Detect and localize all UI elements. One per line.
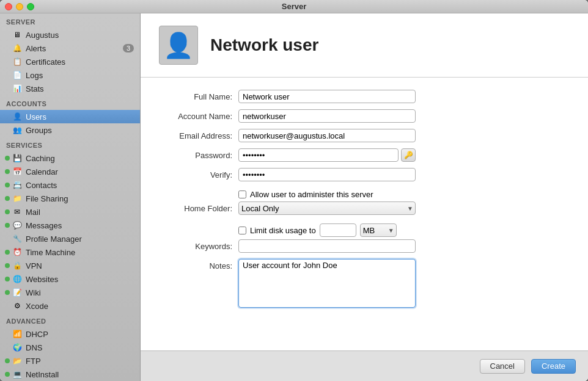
password-input[interactable] [238,148,399,162]
cancel-button[interactable]: Cancel [480,359,525,374]
verify-label: Verify: [153,168,238,180]
disk-limit-row: Limit disk usage to MB ▼ [141,221,588,239]
stats-icon: 📊 [12,84,22,93]
sidebar-item-mail[interactable]: ✉Mail [0,205,140,219]
create-button[interactable]: Create [531,359,576,374]
sidebar-item-dhcp[interactable]: 📶DHCP [0,327,140,341]
xcode-label: Xcode [26,302,48,311]
vpn-status-dot [5,263,10,268]
users-label: Users [26,112,46,122]
sidebar-item-ftp[interactable]: 📂FTP [0,354,140,368]
websites-label: Websites [26,275,58,284]
caching-label: Caching [26,154,55,163]
email-input[interactable] [238,129,416,142]
full-name-input[interactable] [238,90,416,103]
dns-label: DNS [26,343,42,352]
disk-limit-checkbox[interactable] [238,227,246,234]
account-name-input[interactable] [238,109,416,123]
sidebar-item-caching[interactable]: 💾Caching [0,151,140,165]
minimize-button[interactable] [16,3,23,10]
sidebar-item-file-sharing[interactable]: 📁File Sharing [0,192,140,205]
password-control: 🔑 [238,148,416,162]
certificates-label: Certificates [26,57,65,67]
sidebar-item-stats[interactable]: 📊Stats [0,82,140,95]
sidebar-item-certificates[interactable]: 📋Certificates [0,55,140,68]
mail-icon: ✉ [12,207,22,217]
email-row: Email Address: [141,129,588,142]
dhcp-icon: 📶 [12,329,22,339]
email-control [238,129,416,142]
sidebar-item-groups[interactable]: 👥Groups [0,123,140,137]
profile-manager-icon: 🔧 [12,234,22,244]
sidebar-item-logs[interactable]: 📄Logs [0,68,140,82]
sidebar-item-contacts[interactable]: 📇Contacts [0,178,140,192]
xcode-icon: ⚙ [12,301,22,311]
notes-row: Notes: [141,259,588,310]
verify-input[interactable] [238,168,416,181]
vpn-label: VPN [26,261,42,270]
messages-label: Messages [26,221,62,230]
password-label: Password: [153,148,238,160]
user-avatar: 👤 [159,26,198,65]
sidebar-item-netinstall[interactable]: 💻NetInstall [0,368,140,381]
admin-checkbox[interactable] [238,191,246,198]
password-row: Password: 🔑 [141,148,588,162]
account-name-label: Account Name: [153,109,238,121]
traffic-lights [5,3,34,10]
vpn-icon: 🔒 [12,261,22,270]
sidebar-section-advanced: ADVANCED [0,313,140,327]
contacts-icon: 📇 [12,180,22,190]
alerts-badge: 3 [123,44,134,53]
admin-checkbox-row: Allow user to administer this server [141,187,588,201]
ftp-status-dot [5,358,10,363]
file-sharing-label: File Sharing [26,194,68,203]
home-folder-label: Home Folder: [153,201,238,213]
messages-status-dot [5,223,10,228]
notes-textarea[interactable] [238,259,416,308]
maximize-button[interactable] [27,3,34,10]
disk-unit-select[interactable]: MB [360,223,397,237]
sidebar-item-websites[interactable]: 🌐Websites [0,272,140,286]
alerts-label: Alerts [26,44,46,53]
disk-limit-input[interactable] [320,223,356,237]
key-button[interactable]: 🔑 [401,148,416,162]
caching-status-dot [5,156,10,161]
sidebar-item-messages[interactable]: 💬Messages [0,219,140,232]
contacts-status-dot [5,183,10,187]
home-folder-select[interactable]: Local Only [238,201,416,215]
sidebar-item-vpn[interactable]: 🔒VPN [0,259,140,272]
calendar-label: Calendar [26,167,58,176]
avatar-silhouette: 👤 [163,31,194,60]
app-window: Server SERVER🖥Augustus🔔Alerts3📋Certifica… [0,0,588,381]
keywords-input[interactable] [238,239,416,253]
sidebar-item-users[interactable]: 👤Users [0,110,140,123]
close-button[interactable] [5,3,12,10]
account-name-row: Account Name: [141,109,588,123]
full-name-control [238,90,416,103]
logs-label: Logs [26,71,43,80]
dns-icon: 🌍 [12,343,22,352]
wiki-label: Wiki [26,288,41,297]
sidebar-item-calendar[interactable]: 📅Calendar [0,165,140,178]
account-name-control [238,109,416,123]
main-content: SERVER🖥Augustus🔔Alerts3📋Certificates📄Log… [0,13,588,381]
mail-label: Mail [26,208,40,217]
sidebar-item-xcode[interactable]: ⚙Xcode [0,299,140,313]
notes-label: Notes: [153,259,238,270]
user-type-title: Network user [210,35,318,55]
time-machine-label: Time Machine [26,248,75,257]
sidebar-item-time-machine[interactable]: ⏰Time Machine [0,245,140,259]
sidebar-item-profile-manager[interactable]: 🔧Profile Manager [0,232,140,245]
netinstall-icon: 💻 [12,369,22,379]
sidebar-item-dns[interactable]: 🌍DNS [0,341,140,354]
users-icon: 👤 [12,112,22,122]
email-label: Email Address: [153,129,238,140]
sidebar-item-alerts[interactable]: 🔔Alerts3 [0,42,140,55]
bottom-bar: Cancel Create [141,350,588,381]
sidebar-item-augustus[interactable]: 🖥Augustus [0,28,140,42]
sidebar-item-wiki[interactable]: 📝Wiki [0,286,140,299]
home-folder-row: Home Folder: Local Only ▼ [141,201,588,215]
groups-icon: 👥 [12,125,22,135]
window-title: Server [282,2,306,11]
mail-status-dot [5,209,10,214]
